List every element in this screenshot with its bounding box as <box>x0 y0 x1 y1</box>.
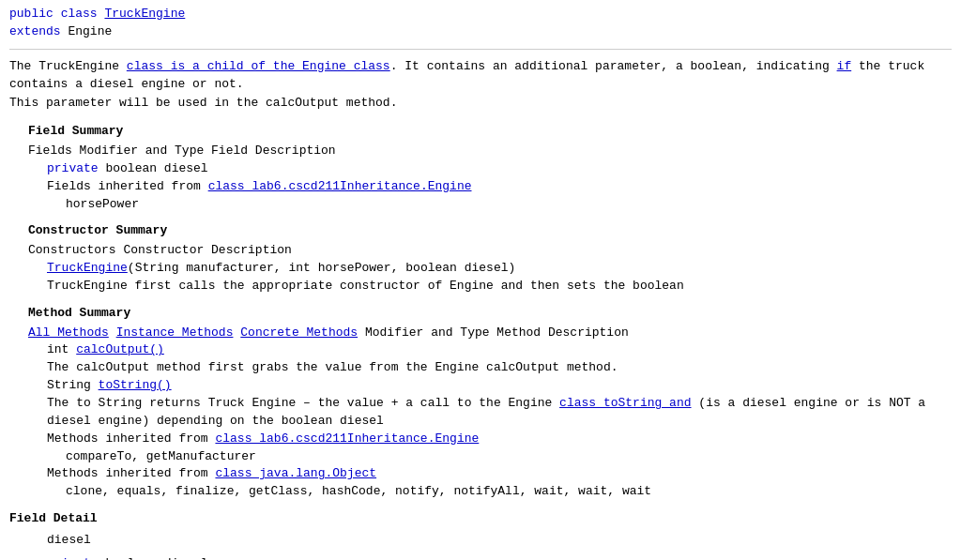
private-kw: private <box>47 161 99 175</box>
field-table-header: Fields Modifier and Type Field Descripti… <box>28 143 952 160</box>
method-table-header: Modifier and Type Method Description <box>365 325 629 340</box>
description-para1: The TruckEngine class is a child of the … <box>9 57 952 94</box>
field-detail-header: Field Detail <box>9 510 952 528</box>
truckengine-constructor-link[interactable]: TruckEngine <box>47 261 128 275</box>
class-link-engine-1[interactable]: class lab6.cscd211Inheritance.Engine <box>208 179 472 193</box>
method-2-desc: The to String returns Truck Engine – the… <box>47 395 952 431</box>
class-tostring-link[interactable]: class toString and <box>559 396 691 410</box>
method-1-return: int <box>47 342 76 356</box>
field-inherited-value: horsePower <box>66 196 952 214</box>
field-summary-header: Field Summary <box>28 123 952 141</box>
inherited-engine-value: compareTo, getManufacturer <box>66 448 952 466</box>
concrete-methods-link[interactable]: Concrete Methods <box>240 325 358 340</box>
class-keyword: class <box>61 7 98 21</box>
class-link-object[interactable]: class java.lang.Object <box>215 466 376 480</box>
field-type: boolean diesel <box>105 161 207 175</box>
inherited-object-value: clone, equals, finalize, getClass, hashC… <box>66 483 952 501</box>
calcoutput-link[interactable]: calcOutput() <box>76 342 164 356</box>
all-methods-link[interactable]: All Methods <box>28 325 109 340</box>
class-link-engine-2[interactable]: class lab6.cscd211Inheritance.Engine <box>215 431 479 446</box>
field-private-line: private boolean diesel <box>47 160 952 178</box>
description-para2: This parameter will be used in the calcO… <box>9 94 952 113</box>
constructor-summary-header: Constructor Summary <box>28 222 952 240</box>
inherited-object-label: Methods inherited from class java.lang.O… <box>47 465 952 483</box>
engine-parent: Engine <box>68 24 112 38</box>
method-all-label: All Methods Instance Methods Concrete Me… <box>28 325 952 342</box>
field-detail-declaration: private boolean diesel <box>47 555 952 560</box>
class-description: The TruckEngine class is a child of the … <box>9 57 952 113</box>
constructor-summary-row: TruckEngine(String manufacturer, int hor… <box>47 260 952 278</box>
class-link-1[interactable]: class is a child of the Engine class <box>127 59 390 73</box>
constructor-sig: (String manufacturer, int horsePower, bo… <box>128 261 515 275</box>
truckengine-classname[interactable]: TruckEngine <box>104 7 185 21</box>
inherited-engine-label: Methods inherited from class lab6.cscd21… <box>47 431 952 448</box>
public-keyword: public <box>9 7 53 21</box>
method-row-1: int calcOutput() <box>47 341 952 359</box>
field-detail-type-name: boolean diesel <box>105 556 207 560</box>
method-summary-header: Method Summary <box>28 305 952 323</box>
method-2-return: String <box>47 378 99 392</box>
method-row-2: String toString() <box>47 377 952 395</box>
if-link-1[interactable]: if <box>837 59 852 73</box>
private-kw-detail: private <box>47 556 99 560</box>
tostring-link[interactable]: toString() <box>99 378 172 392</box>
extends-keyword: extends <box>9 24 61 38</box>
constructor-summary-desc: TruckEngine first calls the appropriate … <box>47 278 952 295</box>
method-1-desc: The calcOutput method first grabs the va… <box>47 359 952 377</box>
constructor-table-header: Constructors Constructor Description <box>28 242 952 260</box>
field-inherited-label: Fields inherited from class lab6.cscd211… <box>47 178 952 196</box>
field-detail-name: diesel <box>47 532 952 550</box>
class-header: public class TruckEngine extends Engine <box>9 6 952 41</box>
instance-methods-link[interactable]: Instance Methods <box>116 325 234 340</box>
divider-1 <box>9 49 952 50</box>
